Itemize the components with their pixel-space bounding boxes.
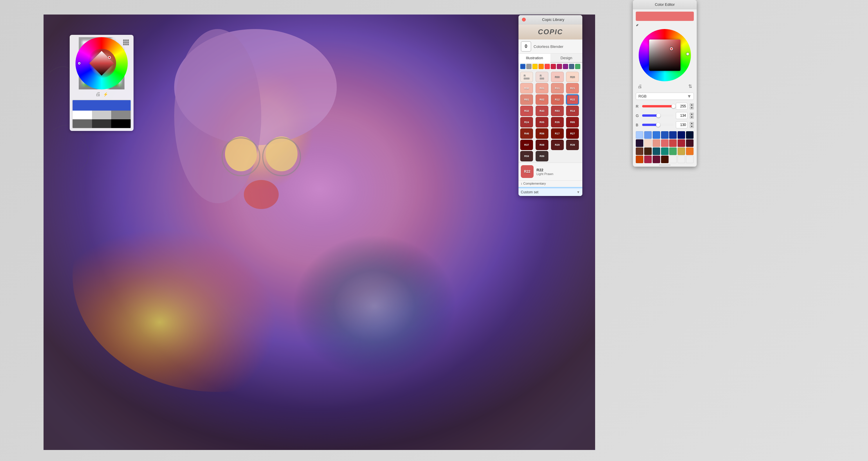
custom-set-row[interactable]: Custom set ▼ bbox=[519, 188, 582, 196]
palette-swatch-18[interactable] bbox=[661, 148, 669, 155]
foreground-color-swatch[interactable] bbox=[72, 100, 131, 111]
filter-dark-red[interactable] bbox=[551, 64, 556, 69]
swap-icon[interactable]: ⇅ bbox=[688, 84, 692, 89]
tab-illustration[interactable]: Illustration bbox=[519, 54, 550, 63]
palette-swatch-10[interactable] bbox=[653, 140, 660, 147]
swatch-R11[interactable]: R11 bbox=[551, 83, 564, 93]
swatch-black[interactable] bbox=[111, 119, 131, 128]
swatch-R46[interactable]: R46 bbox=[520, 128, 533, 139]
swatch-gray[interactable] bbox=[72, 119, 92, 128]
blue-slider[interactable] bbox=[642, 124, 674, 126]
red-slider[interactable] bbox=[642, 105, 674, 107]
palette-swatch-4[interactable] bbox=[661, 131, 669, 139]
swatch-dark-gray[interactable] bbox=[92, 119, 112, 128]
palette-swatch-21[interactable] bbox=[686, 148, 693, 155]
swatch-R01[interactable]: R01 bbox=[536, 83, 548, 93]
large-color-wheel[interactable] bbox=[639, 29, 691, 81]
swatch-R35[interactable]: R35 bbox=[551, 117, 564, 127]
swatch-R59[interactable]: R59 bbox=[520, 151, 533, 161]
swatch-R17[interactable]: R17 bbox=[551, 128, 564, 139]
filter-green[interactable] bbox=[575, 64, 580, 69]
swatch-R0000[interactable]: R0000 bbox=[520, 72, 533, 82]
blue-up[interactable]: ▲ bbox=[690, 122, 694, 125]
swatch-white[interactable] bbox=[72, 111, 92, 119]
zero-badge[interactable]: 0 bbox=[521, 41, 531, 52]
swatch-R85[interactable]: R85 bbox=[566, 117, 579, 127]
palette-swatch-17[interactable] bbox=[653, 148, 660, 155]
swatch-R39[interactable]: R39 bbox=[566, 140, 579, 150]
swatch-R29[interactable]: R29 bbox=[551, 140, 564, 150]
eyedropper-icon[interactable]: ✒ bbox=[634, 22, 641, 28]
palette-swatch-7[interactable] bbox=[686, 131, 693, 139]
palette-swatch-1[interactable] bbox=[636, 131, 643, 139]
swatch-R24[interactable]: R24 bbox=[520, 117, 533, 127]
swatch-R37[interactable]: R37 bbox=[520, 140, 533, 150]
swatch-R81[interactable]: R81 bbox=[520, 94, 533, 105]
swatch-R32[interactable]: R32 bbox=[520, 106, 533, 116]
filter-pink[interactable] bbox=[557, 64, 562, 69]
palette-swatch-2[interactable] bbox=[644, 131, 652, 139]
swatch-R22[interactable]: R22 bbox=[566, 94, 579, 105]
swatch-R20[interactable]: R20 bbox=[566, 72, 579, 82]
palette-swatch-15[interactable] bbox=[636, 148, 643, 155]
filter-orange[interactable] bbox=[538, 64, 544, 69]
palette-swatch-9[interactable] bbox=[644, 140, 652, 147]
swatch-R08[interactable]: R08 bbox=[536, 140, 548, 150]
palette-swatch-6[interactable] bbox=[678, 131, 685, 139]
swatch-R21[interactable]: R21 bbox=[566, 83, 579, 93]
close-button[interactable] bbox=[522, 18, 526, 22]
selected-swatch-large[interactable]: R22 bbox=[521, 165, 534, 178]
swatch-R05[interactable]: R05 bbox=[536, 117, 548, 127]
green-value[interactable]: 134 bbox=[676, 112, 687, 119]
palette-swatch-23[interactable] bbox=[644, 156, 652, 163]
palette-swatch-5[interactable] bbox=[669, 131, 677, 139]
blue-value[interactable]: 130 bbox=[676, 121, 687, 128]
palette-swatch-19[interactable] bbox=[669, 148, 677, 155]
dropdown-arrow-icon[interactable]: ▼ bbox=[577, 190, 580, 194]
swatch-light-gray[interactable] bbox=[92, 111, 112, 119]
green-slider[interactable] bbox=[642, 114, 674, 117]
filter-teal-blue[interactable] bbox=[569, 64, 574, 69]
blue-stepper[interactable]: ▲ ▼ bbox=[690, 122, 694, 128]
filter-blue[interactable] bbox=[520, 64, 525, 69]
color-wheel[interactable] bbox=[75, 37, 128, 89]
swatch-mid-gray[interactable] bbox=[111, 111, 131, 119]
swatch-R56[interactable]: R56 bbox=[536, 128, 548, 139]
palette-swatch-22[interactable] bbox=[636, 156, 643, 163]
red-up[interactable]: ▲ bbox=[690, 103, 694, 106]
palette-swatch-24[interactable] bbox=[653, 156, 660, 163]
swatch-R00[interactable]: R00 bbox=[551, 72, 564, 82]
palette-swatch-20[interactable] bbox=[678, 148, 685, 155]
filter-yellow[interactable] bbox=[532, 64, 538, 69]
filter-red[interactable] bbox=[545, 64, 550, 69]
red-value[interactable]: 255 bbox=[676, 103, 687, 110]
panel-resize-handle[interactable] bbox=[633, 164, 697, 166]
swatch-R89[interactable]: R89 bbox=[536, 151, 548, 161]
swatch-R43[interactable]: R43 bbox=[536, 106, 548, 116]
swatch-R30[interactable]: R30 bbox=[520, 83, 533, 93]
swatch-R000[interactable]: R000 bbox=[536, 72, 548, 82]
green-stepper[interactable]: ▲ ▼ bbox=[690, 113, 694, 119]
swatch-R83[interactable]: R83 bbox=[551, 106, 564, 116]
palette-swatch-16[interactable] bbox=[644, 148, 652, 155]
palette-swatch-8[interactable] bbox=[636, 140, 643, 147]
color-preview-bar[interactable] bbox=[636, 11, 694, 21]
filter-purple[interactable] bbox=[563, 64, 568, 69]
print-icon[interactable]: 🖨 bbox=[638, 84, 642, 89]
palette-swatch-14[interactable] bbox=[686, 140, 693, 147]
palette-swatch-25[interactable] bbox=[661, 156, 669, 163]
printer-icon[interactable]: 🖨 bbox=[95, 91, 101, 97]
palette-swatch-3[interactable] bbox=[653, 131, 660, 139]
tab-design[interactable]: Design bbox=[550, 54, 582, 62]
palette-swatch-12[interactable] bbox=[669, 140, 677, 147]
red-down[interactable]: ▼ bbox=[690, 106, 694, 110]
green-down[interactable]: ▼ bbox=[690, 116, 694, 119]
swatch-R02[interactable]: R02 bbox=[536, 94, 548, 105]
palette-swatch-11[interactable] bbox=[661, 140, 669, 147]
filter-gray[interactable] bbox=[526, 64, 531, 69]
swatch-R12[interactable]: R12 bbox=[551, 94, 564, 105]
swatch-R14[interactable]: R14 bbox=[566, 106, 579, 116]
swatch-R27[interactable]: R27 bbox=[566, 128, 579, 139]
red-stepper[interactable]: ▲ ▼ bbox=[690, 103, 694, 110]
palette-swatch-13[interactable] bbox=[678, 140, 685, 147]
